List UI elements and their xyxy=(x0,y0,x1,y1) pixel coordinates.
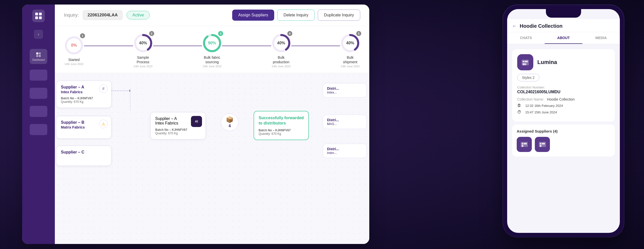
collection-name-value: Hoodie Collection xyxy=(547,97,575,101)
date2-row: ⏱ 15:47 15th June 2024 xyxy=(517,110,610,114)
step-1-name: Started xyxy=(64,57,84,62)
supplier-card-center: Supplier – A Intex Fabrics AI Batch No –… xyxy=(150,112,206,139)
svg-rect-48 xyxy=(522,145,523,147)
supplier-a-quantity: Quantity: 670 Kg xyxy=(61,100,107,104)
calendar-icon: 🗓 xyxy=(517,103,521,108)
svg-rect-4 xyxy=(36,52,38,54)
supplier-a-batch: Batch No – KJHNFV67 xyxy=(61,97,107,100)
dist-card-b: Distri... MAS... xyxy=(323,115,367,129)
step-1-date: 14th June 2022 xyxy=(64,63,84,66)
sidebar-item-dashboard[interactable]: Dashboard xyxy=(30,49,47,64)
main-card: › Dashboard Inquiry: 220612004LA xyxy=(22,5,369,244)
dist-b-title: Distri... xyxy=(327,118,363,122)
svg-rect-42 xyxy=(523,63,524,65)
step-5-percent: 40% xyxy=(340,33,360,53)
collection-info: Collection Number: COL240216005LUMDU Col… xyxy=(517,85,610,114)
supplier-avatars xyxy=(517,137,610,152)
assign-suppliers-button[interactable]: Assign Suppliers xyxy=(232,10,274,21)
dist-b-subtitle: MAS... xyxy=(327,122,363,126)
tab-about[interactable]: ABOUT xyxy=(545,32,582,44)
steps-container: 0% 1 Started 14th June 2022 xyxy=(64,33,360,68)
step-1-badge: 1 xyxy=(80,33,85,38)
sidebar-nav: Dashboard xyxy=(30,49,47,137)
svg-rect-46 xyxy=(522,143,523,144)
svg-rect-40 xyxy=(523,61,524,62)
back-arrow-icon: ← xyxy=(512,23,517,29)
profile-row: Lumina xyxy=(517,54,610,70)
dist-a-subtitle: Intex... xyxy=(327,90,363,94)
step-2-percent: 40% xyxy=(133,33,153,53)
step-2-name: SampleProcess xyxy=(134,55,153,64)
back-button[interactable]: ← xyxy=(512,23,517,29)
phone-header: ← Hoodie Collection xyxy=(507,19,620,32)
step-2-date: 14th June 2022 xyxy=(134,65,153,68)
box-node: 📦 4 xyxy=(221,113,238,131)
svg-rect-51 xyxy=(540,143,541,144)
connector-3-4 xyxy=(222,46,271,46)
step-4-name: Bulkproduction xyxy=(272,55,291,64)
step-4: 40% 4 Bulkproduction 14th June 2022 xyxy=(271,33,291,68)
step-1-percent: 0% xyxy=(64,35,84,55)
inquiry-section: Inquiry: 220612004LAA Active xyxy=(64,10,150,20)
svg-point-32 xyxy=(129,89,130,92)
connector-2-3 xyxy=(153,46,202,46)
svg-rect-53 xyxy=(540,145,541,147)
phone-title: Hoodie Collection xyxy=(520,23,615,29)
step-4-percent: 40% xyxy=(271,33,291,53)
progress-area: 0% 1 Started 14th June 2022 xyxy=(55,26,369,73)
ai-badge: AI xyxy=(191,116,202,127)
profile-section: Lumina Styles 2 Collection Number: COL24… xyxy=(512,49,615,121)
flow-area: Supplier – A Intex Fabrics # Batch No – … xyxy=(55,73,369,242)
profile-avatar xyxy=(517,54,533,70)
step-4-date: 14th June 2022 xyxy=(272,65,291,68)
header-actions: Assign Suppliers Delete Inquiry Duplicat… xyxy=(232,10,360,21)
dist-c-title: Distri... xyxy=(327,147,363,151)
connector-4-5 xyxy=(291,46,340,46)
dist-c-subtitle: Intim... xyxy=(327,151,363,155)
svg-rect-6 xyxy=(36,55,38,57)
phone-body: Lumina Styles 2 Collection Number: COL24… xyxy=(507,44,620,165)
phone-overlay: ← Hoodie Collection CHATS ABOUT MEDIA xyxy=(503,5,624,237)
collection-number-label: Collection Number: xyxy=(517,85,610,89)
tab-media[interactable]: MEDIA xyxy=(582,32,620,44)
svg-rect-52 xyxy=(542,143,543,144)
center-quantity: Quantity: 670 Kg xyxy=(155,132,201,135)
supplier-c-title: Supplier – C xyxy=(61,150,107,154)
step-3-badge: 3 xyxy=(218,31,223,36)
success-batch: Batch No – KJHNFV67 xyxy=(259,129,304,132)
svg-rect-2 xyxy=(35,16,38,19)
step-5-name: Bulkshipment xyxy=(341,55,360,64)
step-4-badge: 4 xyxy=(287,31,292,36)
supplier-avatar-2 xyxy=(535,137,550,152)
svg-rect-47 xyxy=(524,143,525,144)
svg-rect-5 xyxy=(39,52,41,54)
supplier-avatar-1 xyxy=(517,137,532,152)
date2-text: 15:47 15th June 2024 xyxy=(525,110,557,114)
delete-inquiry-button[interactable]: Delete Inquiry xyxy=(277,10,315,21)
dist-card-a: Distri... Intex... xyxy=(323,83,367,98)
sidebar-toggle[interactable]: › xyxy=(34,30,43,39)
tab-chats[interactable]: CHATS xyxy=(507,32,545,44)
box-icon: 📦 xyxy=(226,116,233,123)
svg-rect-7 xyxy=(39,55,41,57)
step-2: 40% 2 SampleProcess 14th June 2022 xyxy=(133,33,153,68)
styles-badge: Styles 2 xyxy=(517,74,539,81)
success-quantity: Quantity: 670 Kg xyxy=(259,132,304,136)
success-title: Successfully forwarded to distributors xyxy=(259,115,304,126)
box-number: 4 xyxy=(229,124,231,128)
date1-text: 12:32 16th February 2024 xyxy=(525,104,563,108)
phone-screen: ← Hoodie Collection CHATS ABOUT MEDIA xyxy=(507,9,620,233)
status-badge: Active xyxy=(127,11,150,19)
svg-rect-44 xyxy=(524,63,526,65)
step-3-date: 14th June 2022 xyxy=(203,65,222,68)
step-5: 40% 5 Bulkshipment 14th June 2022 xyxy=(340,33,360,68)
duplicate-inquiry-button[interactable]: Duplicate Inquiry xyxy=(318,10,360,21)
phone-tabs: CHATS ABOUT MEDIA xyxy=(507,32,620,44)
main-content: Inquiry: 220612004LAA Active Assign Supp… xyxy=(55,5,369,244)
sidebar-item-dashboard-label: Dashboard xyxy=(32,58,45,61)
supplier-card-b: Supplier – B Matrix Fabrics ⚠ xyxy=(56,116,111,139)
collection-number-value: COL240216005LUMDU xyxy=(517,90,610,94)
step-2-badge: 2 xyxy=(149,31,154,36)
sidebar: › Dashboard xyxy=(22,5,55,244)
assigned-suppliers-title: Assigned Suppliers (4) xyxy=(517,129,610,133)
